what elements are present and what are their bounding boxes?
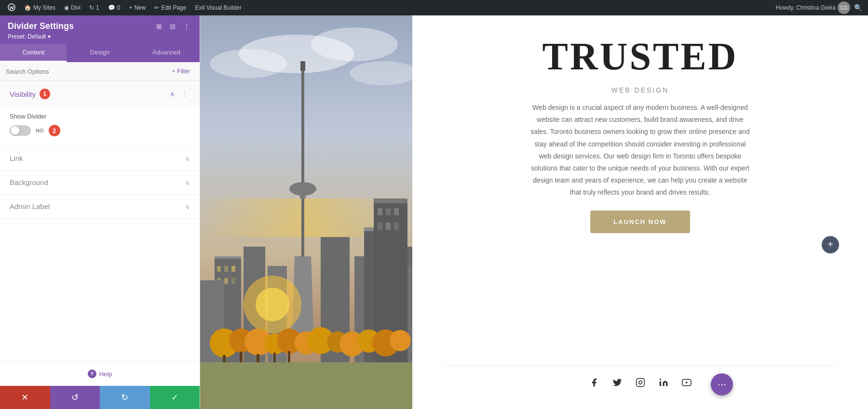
divi-item[interactable]: ◉ Divi	[60, 0, 84, 15]
background-chevron-icon: ∨	[185, 179, 190, 186]
admin-label-section-title: Admin Label	[10, 202, 50, 211]
panel-header: Divider Settings ⊞ ⊟ ⋮ Preset: Default ▾	[0, 15, 200, 44]
undo-button[interactable]: ↺	[50, 386, 100, 409]
exit-visual-builder-item[interactable]: Exit Visual Builder	[191, 0, 245, 15]
description-text: Web design is a crucial aspect of any mo…	[529, 102, 751, 199]
svg-rect-36	[386, 223, 391, 230]
plus-icon: +	[129, 4, 132, 11]
avatar[interactable]: CG	[838, 1, 850, 14]
background-section-title: Background	[10, 178, 48, 186]
launch-now-button[interactable]: LAUNCH NOW	[590, 211, 690, 233]
comments-count-item[interactable]: 💬 0	[104, 0, 124, 15]
panel-content: Visibility 1 ∧ ⋮ Show Divider	[0, 81, 200, 361]
toggle-row: NO 2	[10, 125, 190, 136]
linkedin-icon[interactable]	[659, 378, 668, 390]
search-button[interactable]: 🔍	[852, 2, 864, 13]
svg-rect-11	[300, 184, 306, 198]
admin-label-section-header[interactable]: Admin Label ∨	[0, 195, 200, 218]
divi-label: Divi	[71, 4, 81, 11]
visibility-section-actions: ∧ ⋮	[168, 89, 190, 99]
preset-selector[interactable]: Preset: Default ▾	[8, 33, 192, 40]
hero-title: TRUSTED	[542, 35, 738, 79]
cancel-button[interactable]: ✕	[0, 386, 50, 409]
loop-icon: ↻	[89, 4, 94, 11]
toggle-state-label: NO	[36, 128, 44, 133]
panel-tabs: Content Design Advanced	[0, 44, 200, 62]
svg-rect-33	[386, 208, 391, 215]
svg-rect-9	[300, 61, 305, 71]
house-icon: 🏠	[24, 4, 31, 11]
focus-mode-button[interactable]: ⊞	[154, 22, 164, 31]
add-icon: +	[827, 239, 833, 250]
admin-bar-right: Howdy, Christina Gwira CG 🔍	[776, 1, 864, 14]
search-bar: + Filter	[0, 62, 200, 81]
filter-button[interactable]: + Filter	[168, 66, 194, 77]
svg-rect-20	[231, 278, 235, 284]
visibility-section-title: Visibility 1	[10, 89, 50, 99]
edit-page-item[interactable]: ✏ Edit Page	[150, 0, 190, 15]
svg-rect-17	[231, 266, 235, 272]
more-options-button[interactable]: ⋮	[181, 22, 192, 31]
wp-logo-item[interactable]: W	[4, 0, 19, 15]
pencil-icon: ✏	[154, 4, 159, 11]
visibility-badge: 1	[40, 89, 50, 99]
tab-advanced[interactable]: Advanced	[133, 44, 200, 62]
svg-rect-58	[636, 379, 644, 387]
panel-header-icons: ⊞ ⊟ ⋮	[154, 22, 192, 31]
facebook-icon[interactable]	[589, 378, 599, 390]
page-text-col: TRUSTED WEB DESIGN Web design is a cruci…	[412, 15, 868, 409]
svg-rect-37	[394, 223, 399, 230]
help-button[interactable]: ? Help	[88, 369, 112, 378]
tab-design[interactable]: Design	[67, 44, 133, 62]
tab-content[interactable]: Content	[0, 44, 67, 62]
background-section-header[interactable]: Background ∨	[0, 171, 200, 194]
help-label: Help	[99, 370, 112, 378]
svg-rect-57	[200, 362, 412, 409]
comments-item[interactable]: ↻ 1	[85, 0, 103, 15]
panel-actions: ✕ ↺ ↻ ✓	[0, 386, 200, 409]
new-label: New	[134, 4, 146, 11]
user-greeting: Howdy, Christina Gwira	[776, 4, 836, 11]
exit-label: Exit Visual Builder	[195, 4, 242, 11]
instagram-icon[interactable]	[636, 378, 645, 390]
svg-rect-35	[378, 223, 382, 230]
layout-button[interactable]: ⊟	[168, 22, 177, 31]
help-icon: ?	[88, 369, 96, 378]
visibility-section-header[interactable]: Visibility 1 ∧ ⋮	[0, 81, 200, 107]
loop-count: 1	[96, 4, 99, 11]
svg-rect-19	[224, 278, 228, 284]
preset-label: Preset: Default ▾	[8, 33, 51, 40]
youtube-icon[interactable]	[682, 378, 692, 390]
floating-action-button[interactable]: ···	[711, 373, 733, 396]
add-content-button[interactable]: +	[822, 236, 839, 253]
visibility-options-button[interactable]: ⋮	[179, 89, 190, 99]
my-sites-item[interactable]: 🏠 My Sites	[20, 0, 59, 15]
city-skyline-image	[200, 15, 412, 409]
subtitle: WEB DESIGN	[611, 86, 669, 94]
filter-plus-icon: +	[172, 68, 175, 75]
link-section: Link ∨	[0, 146, 200, 171]
toggle-knob	[11, 126, 19, 135]
filter-label: Filter	[177, 68, 190, 75]
save-button[interactable]: ✓	[150, 386, 200, 409]
social-row	[441, 366, 839, 390]
search-options-input[interactable]	[6, 68, 164, 75]
main-layout: Divider Settings ⊞ ⊟ ⋮ Preset: Default ▾…	[0, 15, 868, 409]
svg-rect-34	[394, 208, 399, 215]
twitter-icon[interactable]	[612, 378, 622, 390]
right-area: TRUSTED WEB DESIGN Web design is a cruci…	[200, 15, 868, 409]
visibility-collapse-button[interactable]: ∧	[168, 89, 176, 99]
new-item[interactable]: + New	[125, 0, 149, 15]
svg-text:W: W	[10, 5, 14, 10]
visibility-section: Visibility 1 ∧ ⋮ Show Divider	[0, 81, 200, 146]
link-section-header[interactable]: Link ∨	[0, 146, 200, 170]
background-section: Background ∨	[0, 171, 200, 195]
svg-rect-15	[217, 266, 221, 272]
admin-label-section: Admin Label ∨	[0, 195, 200, 219]
redo-button[interactable]: ↻	[100, 386, 150, 409]
link-section-title: Link	[10, 154, 23, 162]
comment-icon: 💬	[108, 4, 115, 11]
panel-title: Divider Settings	[8, 21, 74, 31]
show-divider-toggle[interactable]	[10, 125, 31, 136]
wp-icon: W	[8, 3, 15, 13]
